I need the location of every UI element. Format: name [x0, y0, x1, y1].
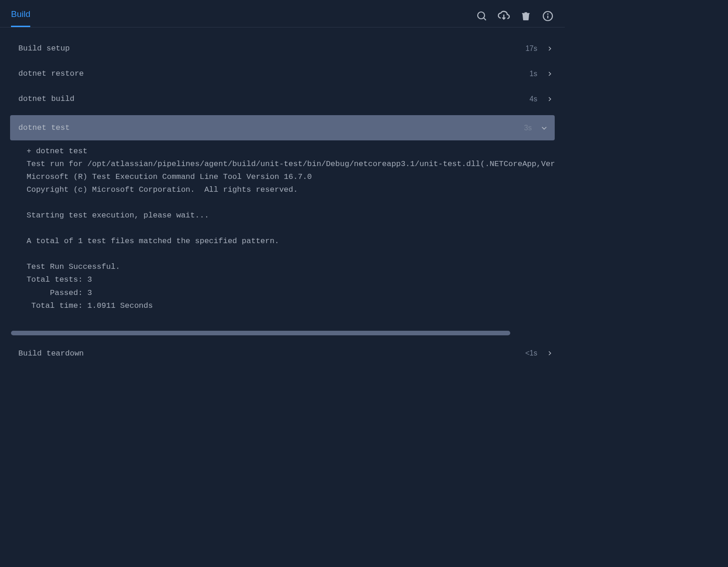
- step-duration: 17s: [525, 44, 537, 53]
- download-button[interactable]: [498, 10, 510, 22]
- log-output: + dotnet test Test run for /opt/atlassia…: [0, 140, 565, 331]
- svg-point-5: [548, 14, 548, 14]
- step-duration: <1s: [525, 349, 537, 357]
- chevron-right-icon: [546, 70, 554, 78]
- svg-line-1: [484, 18, 486, 20]
- step-build-setup[interactable]: Build setup 17s: [0, 36, 565, 61]
- scrollbar-thumb[interactable]: [11, 331, 510, 335]
- delete-button[interactable]: [520, 10, 532, 22]
- toolbar: [476, 10, 554, 27]
- step-name: dotnet test: [18, 123, 524, 132]
- trash-icon: [521, 11, 531, 21]
- step-duration: 1s: [529, 70, 537, 78]
- step-dotnet-restore[interactable]: dotnet restore 1s: [0, 61, 565, 86]
- header: Build: [0, 0, 565, 28]
- horizontal-scrollbar[interactable]: [11, 331, 554, 335]
- tab-build[interactable]: Build: [11, 9, 30, 27]
- step-dotnet-build[interactable]: dotnet build 4s: [0, 86, 565, 111]
- step-build-teardown[interactable]: Build teardown <1s: [0, 341, 565, 366]
- step-name: dotnet build: [18, 94, 529, 103]
- step-name: dotnet restore: [18, 69, 529, 78]
- step-name: Build setup: [18, 44, 525, 53]
- svg-point-0: [478, 12, 485, 19]
- chevron-right-icon: [546, 349, 554, 357]
- info-button[interactable]: [542, 10, 554, 22]
- step-duration: 3s: [524, 124, 532, 132]
- download-cloud-icon: [498, 10, 510, 22]
- step-name: Build teardown: [18, 349, 525, 358]
- build-steps: Build setup 17s dotnet restore 1s dotnet…: [0, 28, 565, 366]
- step-dotnet-test[interactable]: dotnet test 3s: [10, 115, 555, 140]
- info-icon: [542, 11, 553, 22]
- chevron-down-icon: [540, 124, 548, 132]
- search-button[interactable]: [476, 10, 488, 22]
- step-duration: 4s: [529, 95, 537, 103]
- search-icon: [476, 11, 487, 22]
- chevron-right-icon: [546, 44, 554, 53]
- chevron-right-icon: [546, 95, 554, 103]
